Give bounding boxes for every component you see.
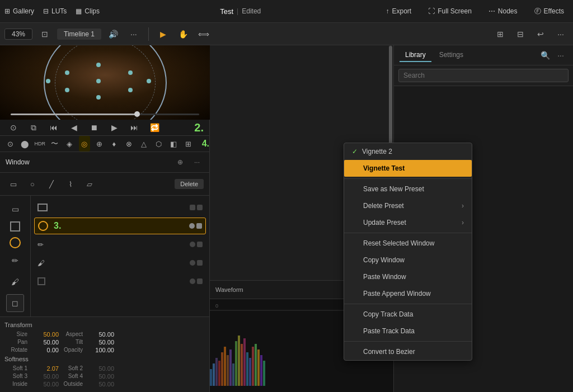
timeline-view[interactable]: ⊟ <box>513 26 528 42</box>
ctrl-point-br[interactable] <box>128 88 133 92</box>
menu-item-copy_window[interactable]: Copy Window <box>344 252 472 268</box>
search-icon[interactable]: 🔍 <box>538 49 552 62</box>
window-item-square[interactable] <box>34 273 206 290</box>
loop-btn[interactable]: 🔁 <box>147 120 162 135</box>
window-item-rect[interactable] <box>34 199 206 216</box>
dot4[interactable] <box>196 223 202 229</box>
dot5[interactable] <box>190 242 195 247</box>
menu-item-delete_preset[interactable]: Delete Preset › <box>344 197 472 214</box>
dot9[interactable] <box>190 278 195 284</box>
shape-brush[interactable]: 🖌 <box>6 273 24 291</box>
3d-btn[interactable]: ⊞ <box>182 136 194 152</box>
dot2[interactable] <box>197 205 203 210</box>
layer-btn[interactable]: ⧉ <box>26 120 41 135</box>
menu-item-vignette_test[interactable]: Vignette Test <box>344 160 472 177</box>
menu-item-reset_window[interactable]: Reset Selected Window <box>344 235 472 252</box>
export-button[interactable]: ↑ Export <box>381 5 416 17</box>
soft1-value[interactable]: 2.07 <box>31 365 59 372</box>
clips-nav[interactable]: ▦ Clips <box>76 7 100 15</box>
ctrl-point-top[interactable] <box>96 63 101 67</box>
shape-square[interactable] <box>10 221 20 232</box>
ctrl-point-bottom[interactable] <box>96 95 101 100</box>
window-add-btn[interactable]: ⊕ <box>173 155 187 169</box>
shape-circle[interactable] <box>10 237 21 248</box>
stop-btn[interactable]: ⏹ <box>86 120 102 135</box>
poly-window-btn[interactable]: ╱ <box>44 176 59 192</box>
snap-btn[interactable]: ⊙ <box>6 120 21 135</box>
color-wheels-btn[interactable]: ⊙ <box>4 136 16 152</box>
ctrl-point-bl[interactable] <box>65 88 69 92</box>
ctrl-point-right[interactable] <box>147 79 151 83</box>
dot6[interactable] <box>197 242 203 247</box>
pan-value[interactable]: 50.00 <box>31 339 59 346</box>
menu-item-copy_track[interactable]: Copy Track Data <box>344 306 472 323</box>
circle-window-btn[interactable]: ○ <box>25 176 40 192</box>
menu-item-save_preset[interactable]: Save as New Preset <box>344 181 472 197</box>
delete-window-btn[interactable]: Delete <box>175 179 204 189</box>
shape-pen[interactable]: ✏ <box>6 252 24 270</box>
window-item-brush[interactable]: 🖌 <box>34 254 206 271</box>
qualifier-btn[interactable]: ◈ <box>64 136 76 152</box>
menu-item-paste_append[interactable]: Paste Append Window <box>344 285 472 302</box>
dot1[interactable] <box>190 205 195 210</box>
more-btn[interactable]: ··· <box>553 26 569 42</box>
opacity-value[interactable]: 100.00 <box>86 347 114 353</box>
menu-item-paste_track[interactable]: Paste Track Data <box>344 323 472 339</box>
magic-mask-btn[interactable]: ♦ <box>109 136 120 152</box>
size-value[interactable]: 50.00 <box>31 331 59 338</box>
window-btn[interactable]: ◎ <box>79 136 91 152</box>
dot3[interactable] <box>189 223 195 229</box>
pointer-tool[interactable]: ▶ <box>156 26 171 42</box>
go-start-btn[interactable]: ⏮ <box>46 120 62 135</box>
gradient-window-btn[interactable]: ▱ <box>82 176 97 192</box>
bezier-window-btn[interactable]: ⌇ <box>63 176 78 192</box>
rotate-value[interactable]: 0.00 <box>31 347 59 353</box>
luts-nav[interactable]: ⊟ LUTs <box>43 7 67 15</box>
menu-item-convert_bezier[interactable]: Convert to Bezier <box>344 343 472 360</box>
shape-eraser[interactable]: ◻ <box>6 294 24 312</box>
window-more-btn[interactable]: ··· <box>190 155 204 169</box>
ctrl-point-tr[interactable] <box>128 70 133 75</box>
menu-item-vignette2[interactable]: ✓Vignette 2 <box>344 143 472 160</box>
timeline-scrubber[interactable] <box>11 114 200 115</box>
ctrl-point-center[interactable] <box>96 79 101 83</box>
aspect-value[interactable]: 50.00 <box>86 331 114 338</box>
raw-btn[interactable]: ◧ <box>168 136 180 152</box>
dot10[interactable] <box>197 278 203 284</box>
key-btn[interactable]: ⊗ <box>123 136 135 152</box>
gallery-nav[interactable]: ⊞ Gallery <box>4 7 34 15</box>
playhead[interactable] <box>134 111 140 117</box>
menu-item-paste_window[interactable]: Paste Window <box>344 268 472 285</box>
window-item-pen[interactable]: ✏ <box>34 236 206 253</box>
audio-icon[interactable]: 🔊 <box>106 26 121 42</box>
tracker-btn[interactable]: ⊕ <box>93 136 105 152</box>
dot7[interactable] <box>190 260 195 266</box>
nodes-button[interactable]: ⋯ Nodes <box>484 5 522 17</box>
scroll-thumb[interactable] <box>389 46 392 150</box>
tab-library[interactable]: Library <box>400 49 431 62</box>
undo-btn[interactable]: ↩ <box>533 26 548 42</box>
play-btn[interactable]: ▶ <box>106 120 122 135</box>
panel-more[interactable]: ··· <box>554 49 567 62</box>
window-item-circle[interactable]: 3. <box>34 218 206 234</box>
full-screen-button[interactable]: ⛶ Full Screen <box>424 5 476 17</box>
hdr-btn[interactable]: HDR <box>34 136 46 152</box>
curves2-btn[interactable]: 〜 <box>49 136 61 152</box>
color-warp-btn[interactable]: ⬡ <box>153 136 165 152</box>
dot8[interactable] <box>197 260 203 266</box>
ctrl-point-left[interactable] <box>46 79 50 83</box>
tab-settings[interactable]: Settings <box>434 49 469 62</box>
blur-btn[interactable]: △ <box>138 136 150 152</box>
trim-tool[interactable]: ⟺ <box>196 26 212 42</box>
prev-frame-btn[interactable]: ◀ <box>66 120 82 135</box>
shape-rect[interactable]: ▭ <box>6 200 24 218</box>
search-input[interactable] <box>398 69 569 82</box>
zoom-level[interactable]: 43% <box>4 29 32 40</box>
menu-item-update_preset[interactable]: Update Preset › <box>344 214 472 231</box>
effects-button[interactable]: Ⓕ Effects <box>530 4 569 18</box>
hand-tool[interactable]: ✋ <box>176 26 191 42</box>
curves-btn[interactable]: ⬤ <box>20 136 31 152</box>
clip-view[interactable]: ⊞ <box>492 26 508 42</box>
ctrl-point-tl[interactable] <box>65 70 69 75</box>
timeline-more[interactable]: ··· <box>126 26 142 42</box>
